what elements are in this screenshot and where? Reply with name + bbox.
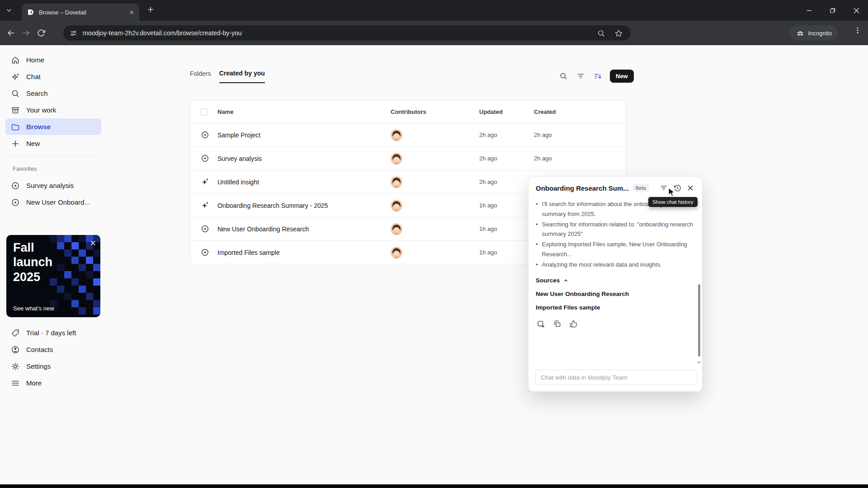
promo-close-button[interactable] (90, 240, 96, 247)
site-info-icon[interactable] (70, 29, 77, 37)
column-header-contributors[interactable]: Contributors (391, 108, 479, 115)
tab-close-icon[interactable] (129, 9, 135, 15)
row-updated: 2h ago (479, 178, 534, 185)
row-name: Untitled insight (217, 178, 391, 186)
search-button[interactable] (557, 69, 570, 83)
sparkle-icon (11, 72, 20, 81)
row-updated: 2h ago (479, 131, 534, 138)
dovetail-app: Home Chat Search Your work Browse New (0, 45, 868, 484)
scroll-down-icon[interactable] (697, 358, 701, 366)
fall-launch-promo-card[interactable]: Fall launch 2025 See what's new (6, 235, 100, 317)
row-name: Onboarding Research Summary - 2025 (217, 202, 391, 209)
table-header-row: Name Contributors Updated Created (190, 101, 626, 123)
sort-icon (594, 72, 602, 80)
row-created: 2h ago (534, 131, 626, 138)
project-icon (201, 154, 209, 163)
window-restore-button[interactable] (821, 0, 844, 21)
sidebar-item-settings[interactable]: Settings (5, 358, 101, 375)
sidebar-item-label: Browse (26, 123, 51, 131)
sources-toggle[interactable]: Sources (536, 277, 694, 284)
promo-link[interactable]: See what's new (13, 305, 54, 312)
row-name: Sample Project (217, 131, 391, 139)
sidebar-item-label: Your work (26, 106, 56, 114)
browser-tab[interactable]: Browse – Dovetail (22, 4, 139, 21)
browser-menu-button[interactable] (854, 26, 862, 36)
avatar (391, 247, 402, 258)
new-button[interactable]: New (610, 70, 634, 83)
chat-actions (536, 319, 694, 329)
table-row[interactable]: Survey analysis 2h ago 2h ago (190, 146, 626, 170)
tab-folders[interactable]: Folders (190, 70, 211, 83)
column-header-created[interactable]: Created (534, 108, 626, 115)
project-icon (201, 131, 209, 139)
close-icon (687, 184, 694, 192)
row-name: Survey analysis (217, 155, 391, 162)
chat-close-button[interactable] (686, 183, 695, 192)
sidebar-item-search[interactable]: Search (5, 85, 101, 102)
sidebar-footer: Trial · 7 days left Contacts Settings Mo… (5, 324, 101, 391)
minimize-icon (807, 8, 812, 13)
copy-icon (553, 320, 561, 328)
incognito-badge: Incognito (790, 25, 838, 41)
new-tab-button[interactable] (146, 5, 155, 14)
row-name: New User Onboarding Research (217, 225, 391, 233)
project-icon (11, 181, 20, 190)
restore-icon (830, 8, 835, 13)
avatar (391, 153, 402, 164)
source-link[interactable]: Imported Files sample (536, 304, 694, 311)
source-link[interactable]: New User Onboarding Research (536, 291, 694, 297)
chat-input[interactable] (535, 370, 697, 385)
column-header-updated[interactable]: Updated (479, 108, 534, 115)
forward-icon (22, 28, 31, 38)
thumbs-up-button[interactable] (569, 319, 578, 328)
contact-icon (11, 345, 20, 354)
copy-button[interactable] (552, 319, 562, 328)
chat-filter-button[interactable] (659, 183, 669, 193)
chevron-down-icon (5, 7, 13, 14)
sidebar-item-home[interactable]: Home (5, 52, 101, 68)
project-icon (201, 225, 209, 233)
sidebar-item-more[interactable]: More (5, 375, 101, 391)
column-header-name[interactable]: Name (217, 108, 391, 115)
favorite-item-survey-analysis[interactable]: Survey analysis (5, 177, 101, 194)
row-updated: 1h ago (479, 202, 534, 209)
bookmark-star-icon[interactable] (615, 29, 623, 37)
sidebar-item-browse[interactable]: Browse (5, 118, 101, 135)
gear-icon (11, 362, 20, 371)
select-all-checkbox[interactable] (201, 108, 208, 116)
url-text[interactable]: moodjoy-team-2h2v.dovetail.com/browse/cr… (83, 29, 597, 37)
sources-label: Sources (536, 277, 560, 284)
bottom-edge (0, 484, 868, 488)
back-button[interactable] (6, 28, 15, 38)
sidebar-divider (5, 156, 96, 157)
sidebar-item-new[interactable]: New (5, 135, 101, 152)
sidebar-item-your-work[interactable]: Your work (5, 102, 101, 118)
sort-button[interactable] (591, 69, 604, 83)
kebab-menu-icon (854, 26, 862, 34)
folder-icon (11, 122, 20, 131)
address-bar[interactable]: moodjoy-team-2h2v.dovetail.com/browse/cr… (63, 25, 631, 41)
forward-button[interactable] (22, 28, 31, 38)
row-updated: 1h ago (479, 225, 534, 232)
favorites-heading: Favorites (13, 165, 37, 172)
sidebar-item-trial[interactable]: Trial · 7 days left (5, 324, 101, 341)
sidebar-item-chat[interactable]: Chat (5, 68, 101, 85)
search-tabs-icon[interactable] (597, 29, 605, 37)
window-minimize-button[interactable] (797, 0, 821, 21)
reload-button[interactable] (37, 29, 45, 37)
table-row[interactable]: Sample Project 2h ago 2h ago (190, 123, 626, 146)
panel-scrollbar[interactable] (698, 284, 700, 357)
window-close-button[interactable] (844, 0, 868, 21)
search-icon (559, 72, 568, 80)
mouse-cursor (668, 188, 677, 197)
filter-button[interactable] (574, 69, 587, 83)
sidebar-item-contacts[interactable]: Contacts (5, 341, 101, 358)
favorite-item-new-user-onboarding[interactable]: New User Onboard... (5, 194, 101, 211)
sidebar-item-label: Home (26, 56, 44, 64)
incognito-icon (796, 29, 804, 37)
chat-step: •Analyzing the most relevant data and in… (536, 260, 694, 270)
tab-strip: Browse – Dovetail (0, 0, 868, 21)
tab-search-button[interactable] (5, 7, 13, 14)
add-to-insight-button[interactable] (536, 319, 546, 329)
tab-created-by-you[interactable]: Created by you (219, 70, 265, 83)
